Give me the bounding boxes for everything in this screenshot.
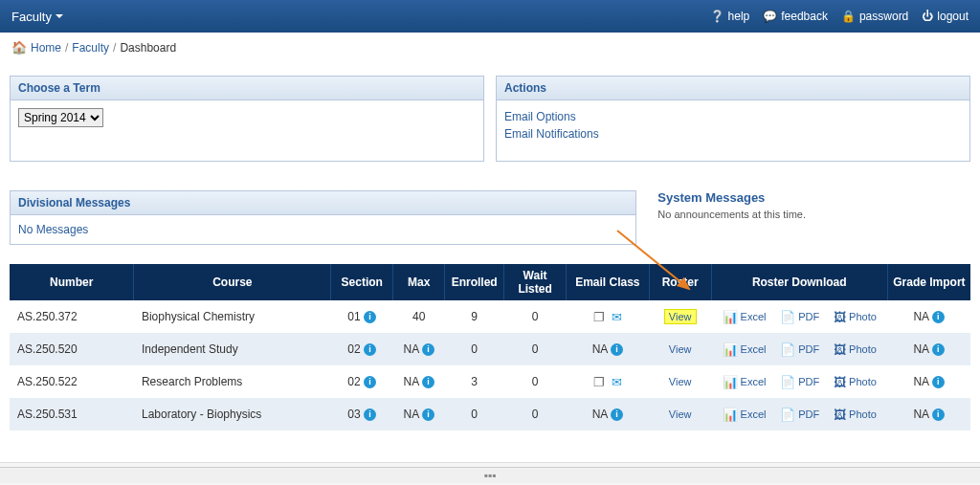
roster-view-link[interactable]: View (669, 376, 692, 387)
info-icon[interactable]: i (422, 376, 434, 388)
excel-link[interactable]: 📊 Excel (723, 408, 767, 422)
faculty-dropdown-label: Faculty (11, 10, 52, 24)
cell-number: AS.250.522 (10, 365, 134, 398)
info-icon[interactable]: i (422, 408, 434, 421)
th-enrolled: Enrolled (445, 264, 504, 300)
cell-number: AS.250.372 (10, 300, 134, 333)
excel-link[interactable]: 📊 Excel (723, 342, 767, 357)
window-icon[interactable]: ❐ (593, 310, 605, 324)
th-gradeimport: Grade Import (887, 264, 970, 300)
logout-link[interactable]: ⏻ logout (922, 10, 969, 23)
excel-icon: 📊 (723, 408, 738, 422)
cell-rosterdownload: 📊 Excel📄 PDF🖼 Photo (711, 333, 887, 365)
photo-link[interactable]: 🖼 Photo (834, 375, 877, 389)
th-course: Course (134, 264, 331, 300)
feedback-label: feedback (781, 10, 828, 23)
cell-rosterdownload: 📊 Excel📄 PDF🖼 Photo (711, 300, 887, 333)
cell-section: 02 i (331, 365, 393, 398)
pdf-link[interactable]: 📄 PDF (780, 310, 819, 324)
cell-gradeimport: NA i (887, 300, 970, 333)
breadcrumb-dashboard: Dashboard (120, 41, 176, 55)
table-row: AS.250.531Laboratory - Biophysics03 iNA … (10, 398, 970, 430)
cell-roster: View (649, 333, 711, 365)
roster-view-link[interactable]: View (664, 309, 697, 324)
cell-enrolled: 0 (445, 398, 504, 430)
email-notifications-link[interactable]: Email Notifications (504, 125, 962, 143)
cell-section: 03 i (331, 398, 393, 430)
password-link[interactable]: 🔒 password (841, 10, 908, 23)
info-icon[interactable]: i (932, 408, 945, 421)
photo-icon: 🖼 (834, 342, 846, 357)
window-icon[interactable]: ❐ (593, 375, 605, 389)
feedback-link[interactable]: 💬 feedback (763, 10, 828, 23)
breadcrumb: 🏠 Home / Faculty / Dashboard (0, 33, 980, 62)
info-icon[interactable]: i (611, 408, 623, 421)
help-label: help (728, 10, 750, 23)
cell-course: Independent Study (134, 333, 331, 365)
cell-section: 02 i (331, 333, 393, 365)
logout-label: logout (937, 10, 969, 23)
info-icon[interactable]: i (364, 343, 376, 356)
info-icon[interactable]: i (364, 376, 376, 388)
breadcrumb-sep: / (65, 41, 68, 55)
cell-enrolled: 9 (445, 300, 504, 333)
caret-down-icon (56, 14, 63, 18)
roster-view-link[interactable]: View (669, 343, 692, 355)
info-icon[interactable]: i (611, 343, 623, 356)
course-table: Number Course Section Max Enrolled Wait … (10, 264, 970, 430)
info-icon[interactable]: i (932, 376, 945, 388)
help-icon: ❔ (710, 10, 724, 23)
help-link[interactable]: ❔ help (710, 10, 750, 23)
cell-max: 40 (393, 300, 445, 333)
divisional-messages-title: Divisional Messages (11, 191, 635, 215)
info-icon[interactable]: i (422, 343, 434, 356)
faculty-dropdown[interactable]: Faculty (11, 10, 63, 24)
cell-emailclass: NA i (567, 333, 650, 365)
info-icon[interactable]: i (364, 408, 376, 421)
photo-icon: 🖼 (834, 375, 846, 389)
photo-link[interactable]: 🖼 Photo (834, 342, 877, 357)
excel-link[interactable]: 📊 Excel (723, 375, 767, 389)
breadcrumb-sep: / (113, 41, 116, 55)
system-messages-title: System Messages (657, 190, 970, 205)
content-area: 🏠 Home / Faculty / Dashboard Choose a Te… (0, 33, 980, 463)
mail-icon[interactable]: ✉ (612, 375, 622, 389)
pdf-link[interactable]: 📄 PDF (780, 375, 819, 389)
th-rosterdownload: Roster Download (711, 264, 887, 300)
cell-enrolled: 3 (445, 365, 504, 398)
th-section: Section (331, 264, 393, 300)
excel-icon: 📊 (723, 375, 738, 389)
breadcrumb-faculty[interactable]: Faculty (72, 41, 109, 55)
cell-waitlisted: 0 (504, 333, 567, 365)
cell-emailclass: NA i (567, 398, 650, 430)
excel-link[interactable]: 📊 Excel (723, 310, 767, 324)
breadcrumb-home[interactable]: Home (31, 41, 61, 55)
cell-enrolled: 0 (445, 333, 504, 365)
th-emailclass: Email Class (567, 264, 650, 300)
pdf-link[interactable]: 📄 PDF (780, 408, 819, 422)
system-messages-body: No announcements at this time. (657, 209, 970, 220)
cell-max: NA i (393, 333, 445, 365)
photo-link[interactable]: 🖼 Photo (834, 310, 877, 324)
cell-waitlisted: 0 (504, 365, 567, 398)
cell-rosterdownload: 📊 Excel📄 PDF🖼 Photo (711, 398, 887, 430)
top-navbar: Faculty ❔ help 💬 feedback 🔒 password ⏻ l… (0, 0, 980, 33)
system-messages-panel: System Messages No announcements at this… (648, 190, 970, 245)
cell-section: 01 i (331, 300, 393, 333)
term-select[interactable]: Spring 2014 (18, 108, 103, 127)
email-options-link[interactable]: Email Options (504, 108, 962, 125)
info-icon[interactable]: i (364, 311, 376, 323)
cell-roster: View (649, 365, 711, 398)
th-waitlisted: Wait Listed (504, 264, 567, 300)
roster-view-link[interactable]: View (669, 408, 692, 420)
info-icon[interactable]: i (932, 343, 945, 356)
horizontal-scrollbar[interactable]: ▪▪▪ (0, 467, 980, 483)
pdf-icon: 📄 (780, 342, 795, 357)
info-icon[interactable]: i (932, 311, 945, 323)
pdf-link[interactable]: 📄 PDF (780, 342, 819, 357)
excel-icon: 📊 (723, 342, 738, 357)
cell-emailclass: ❐ ✉ (567, 300, 650, 333)
th-max: Max (393, 264, 445, 300)
photo-link[interactable]: 🖼 Photo (834, 408, 877, 422)
mail-icon[interactable]: ✉ (612, 310, 622, 324)
